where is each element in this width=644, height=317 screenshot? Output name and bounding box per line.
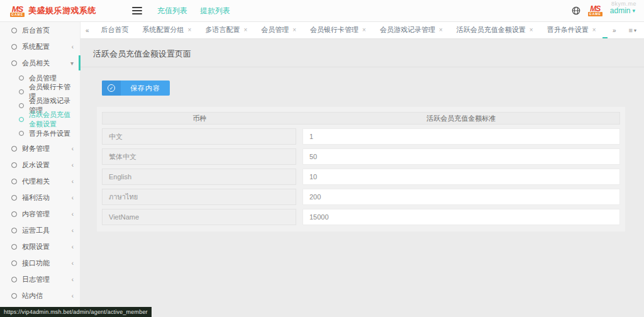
menu-ring-icon	[19, 117, 24, 122]
sidebar-item-dashboard[interactable]: 后台首页	[0, 22, 80, 38]
hamburger-menu-icon[interactable]	[132, 7, 142, 14]
tabs-menu-dropdown[interactable]: ≡ ▾	[621, 22, 644, 38]
chevron-left-icon: ‹	[72, 260, 74, 267]
sidebar-item-api-functions[interactable]: 接口功能 ‹	[0, 255, 80, 271]
settings-table: 币种 活跃会员充值金额标准	[97, 107, 625, 231]
tab-dashboard[interactable]: 后台首页	[94, 22, 136, 38]
nav-withdraw-list[interactable]: 提款列表	[200, 6, 230, 16]
close-icon[interactable]: ×	[292, 26, 296, 33]
column-header-amount-standard: 活跃会员充值金额标准	[303, 114, 619, 123]
tab-member-bankcard[interactable]: 会员银行卡管理 ×	[303, 22, 373, 38]
admin-username: admin	[610, 6, 631, 15]
check-circle-icon: ✓	[102, 81, 121, 96]
sidebar-item-system-config[interactable]: 系统配置 ‹	[0, 38, 80, 55]
chevron-left-icon: ‹	[72, 227, 74, 234]
menu-ring-icon	[11, 293, 17, 299]
currency-label-field	[102, 128, 296, 145]
chevron-down-icon: ▾	[634, 28, 636, 33]
nav-recharge-list[interactable]: 充值列表	[157, 6, 187, 16]
currency-label-field	[102, 209, 296, 225]
menu-ring-icon	[11, 162, 17, 168]
column-header-currency: 币种	[103, 114, 296, 123]
tabs-scroll-right-icon[interactable]: »	[608, 22, 621, 38]
sidebar-item-member-related[interactable]: 会员相关 ▾	[0, 55, 80, 71]
tab-active-member-recharge-2[interactable]: 活跃会员充值金额设置 ×	[602, 22, 608, 38]
chevron-left-icon: ‹	[72, 243, 74, 250]
admin-user-dropdown[interactable]: admin ▾	[610, 6, 635, 15]
main-content: 活跃会员充值金额设置页面 ✓ 保存内容 币种 活跃会员充值金额标准	[80, 39, 644, 317]
tab-promotion-conditions[interactable]: 晋升条件设置 ×	[540, 22, 603, 38]
menu-ring-icon	[11, 179, 17, 184]
table-row	[102, 148, 620, 165]
top-nav: 充值列表 提款列表	[157, 6, 230, 16]
tab-member-management[interactable]: 会员管理 ×	[254, 22, 303, 38]
ms-logo-icon: MS GAME	[10, 5, 25, 17]
ms-logo-game-text: GAME	[10, 13, 25, 17]
menu-ring-icon	[11, 44, 17, 50]
close-icon[interactable]: ×	[592, 26, 596, 33]
sidebar-item-operation-tools[interactable]: 运营工具 ‹	[0, 222, 80, 238]
tab-active-member-recharge-1[interactable]: 活跃会员充值金额设置 ×	[450, 22, 540, 38]
sidebar-item-promotion-conditions[interactable]: 晋升条件设置	[0, 126, 80, 140]
close-icon[interactable]: ×	[188, 26, 192, 33]
sidebar: 后台首页 系统配置 ‹ 会员相关 ▾ 会员管理 会员银行卡管理 会员游戏记录管理…	[0, 22, 80, 317]
amount-input[interactable]	[303, 189, 620, 205]
brand-title: 美盛娱乐游戏系统	[28, 5, 96, 16]
menu-ring-icon	[11, 228, 17, 233]
chevron-left-icon: ‹	[72, 178, 74, 185]
menu-ring-icon	[11, 146, 17, 152]
sidebar-item-rebate[interactable]: 反水设置 ‹	[0, 157, 80, 173]
tab-member-game-records[interactable]: 会员游戏记录管理 ×	[373, 22, 450, 38]
ms-logo-text: MS	[12, 5, 23, 13]
sidebar-item-logs[interactable]: 日志管理 ‹	[0, 271, 80, 287]
tabs-scroll-left-icon[interactable]: «	[80, 22, 94, 38]
menu-ring-icon	[11, 60, 17, 66]
top-header-bar: MS GAME 美盛娱乐游戏系统 充值列表 提款列表 MS GAME admin…	[0, 0, 644, 22]
amount-input[interactable]	[303, 148, 620, 165]
menu-ring-icon	[11, 211, 17, 217]
tab-system-config-group[interactable]: 系统配置分组 ×	[136, 22, 199, 38]
menu-ring-icon	[19, 103, 24, 108]
amount-input[interactable]	[303, 128, 620, 145]
table-row	[102, 169, 620, 185]
sidebar-item-permissions[interactable]: 权限设置 ‹	[0, 238, 80, 255]
chevron-left-icon: ‹	[72, 292, 74, 299]
sidebar-item-agent[interactable]: 代理相关 ‹	[0, 173, 80, 189]
chevron-left-icon: ‹	[72, 145, 74, 152]
link-preview-statusbar: https://vip4admin.msh.bet/admin/agent/ac…	[0, 307, 152, 317]
sidebar-item-active-member-recharge[interactable]: 活跃会员充值金额设置	[0, 113, 80, 126]
menu-ring-icon	[11, 244, 17, 250]
menu-ring-icon	[11, 277, 17, 282]
user-ms-logo-icon: MS GAME	[588, 5, 602, 16]
table-row	[102, 128, 620, 145]
language-globe-icon[interactable]	[572, 6, 580, 15]
tab-multilanguage-config[interactable]: 多语言配置 ×	[198, 22, 254, 38]
chevron-down-icon: ▾	[70, 60, 74, 67]
chevron-left-icon: ‹	[72, 162, 74, 169]
page-title: 活跃会员充值金额设置页面	[80, 39, 644, 67]
save-button-label: 保存内容	[121, 81, 170, 96]
table-row	[102, 209, 620, 225]
amount-input[interactable]	[303, 209, 620, 225]
list-icon: ≡	[629, 26, 633, 34]
save-button[interactable]: ✓ 保存内容	[102, 81, 170, 96]
close-icon[interactable]: ×	[439, 26, 443, 33]
menu-ring-icon	[11, 195, 17, 201]
brand: MS GAME 美盛娱乐游戏系统	[0, 5, 118, 17]
close-icon[interactable]: ×	[243, 26, 247, 33]
menu-ring-icon	[19, 131, 24, 136]
sidebar-item-content[interactable]: 内容管理 ‹	[0, 206, 80, 222]
chevron-left-icon: ‹	[72, 43, 74, 50]
amount-input[interactable]	[303, 169, 620, 185]
menu-ring-icon	[11, 28, 17, 33]
currency-label-field	[102, 169, 296, 185]
close-icon[interactable]: ×	[362, 26, 366, 33]
tab-bar: « 后台首页 系统配置分组 × 多语言配置 × 会员管理 × 会员银行卡管理 ×…	[80, 22, 644, 39]
close-icon[interactable]: ×	[530, 26, 533, 33]
sidebar-item-finance[interactable]: 财务管理 ‹	[0, 140, 80, 157]
table-row	[102, 189, 620, 205]
sidebar-item-welfare[interactable]: 福利活动 ‹	[0, 189, 80, 206]
chevron-left-icon: ‹	[72, 276, 74, 283]
watermark: 8kym.me	[611, 1, 636, 7]
sidebar-item-site-messages[interactable]: 站内信 ‹	[0, 287, 80, 304]
